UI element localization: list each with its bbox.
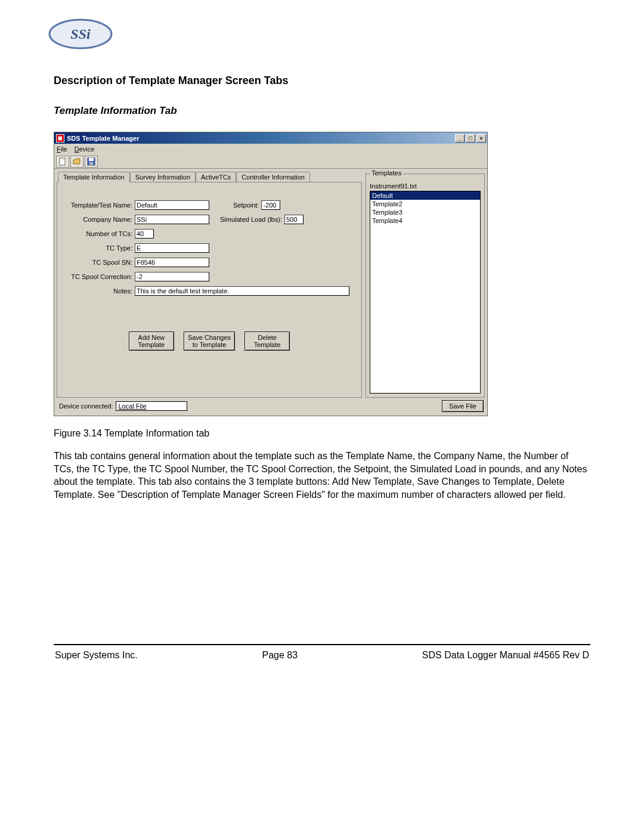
subsection-heading: Template Information Tab — [54, 105, 590, 117]
app-window: ▦ SDS Template Manager _ □ × File Device — [54, 132, 488, 416]
label-tc-spool-correction: TC Spool Correction: — [63, 273, 135, 280]
close-button[interactable]: × — [476, 134, 486, 143]
footer-rule — [54, 644, 590, 645]
body-paragraph: This tab contains general information ab… — [54, 450, 590, 501]
tab-strip: Template Information Survey Information … — [58, 170, 362, 182]
toolbar-save-icon[interactable] — [85, 156, 98, 168]
input-company-name[interactable] — [135, 215, 209, 224]
page-footer: Super Systems Inc. Page 83 SDS Data Logg… — [54, 650, 590, 673]
label-device-connected: Device connected: — [59, 402, 113, 410]
menu-device[interactable]: Device — [75, 145, 95, 153]
templates-group-title: Templates — [370, 169, 403, 176]
list-item[interactable]: Template4 — [370, 216, 480, 225]
label-template-name: Template/Test Name: — [63, 202, 135, 209]
templates-group: Templates Instrument91.txt DefaultTempla… — [366, 174, 485, 398]
label-tc-spool-sn: TC Spool SN: — [63, 259, 135, 266]
button-save-file[interactable]: Save File — [442, 400, 484, 412]
input-tc-spool-sn[interactable] — [135, 258, 209, 267]
label-tc-type: TC Type: — [63, 244, 135, 252]
templates-listbox[interactable]: DefaultTemplate2Template3Template4 — [370, 191, 481, 394]
list-item[interactable]: Template3 — [370, 208, 480, 216]
title-bar: ▦ SDS Template Manager _ □ × — [54, 132, 487, 144]
minimize-button[interactable]: _ — [455, 134, 465, 143]
input-setpoint[interactable] — [261, 200, 280, 210]
label-simulated-load: Simulated Load (lbs): — [220, 216, 284, 223]
menu-bar: File Device — [54, 144, 487, 154]
window-title: SDS Template Manager — [67, 135, 139, 142]
button-delete-template[interactable]: Delete Template — [244, 332, 290, 351]
list-item[interactable]: Default — [370, 191, 480, 200]
input-simulated-load[interactable] — [284, 215, 304, 224]
toolbar-new-icon[interactable] — [56, 156, 69, 168]
footer-left: Super Systems Inc. — [55, 650, 138, 661]
list-item[interactable]: Template2 — [370, 200, 480, 208]
input-tc-spool-correction[interactable] — [135, 272, 209, 281]
svg-rect-5 — [89, 162, 93, 165]
svg-text:SSi: SSi — [70, 26, 91, 42]
footer-right: SDS Data Logger Manual #4565 Rev D — [422, 650, 589, 661]
maximize-button[interactable]: □ — [466, 134, 475, 143]
input-number-tcs[interactable] — [135, 229, 154, 239]
label-notes: Notes: — [63, 286, 135, 295]
input-notes[interactable] — [135, 286, 349, 296]
toolbar-open-icon[interactable] — [70, 156, 83, 168]
label-company-name: Company Name: — [63, 216, 135, 223]
tab-active-tcs[interactable]: ActiveTCs — [196, 172, 236, 182]
input-tc-type[interactable] — [135, 243, 209, 253]
footer-center: Page 83 — [262, 650, 298, 661]
section-heading: Description of Template Manager Screen T… — [54, 75, 590, 87]
menu-file[interactable]: File — [57, 145, 67, 153]
app-icon: ▦ — [56, 134, 64, 143]
button-add-new-template[interactable]: Add New Template — [129, 332, 174, 351]
tab-template-information[interactable]: Template Information — [58, 172, 130, 182]
ssi-logo: SSi — [48, 18, 590, 51]
button-save-changes[interactable]: Save Changes to Template — [184, 332, 235, 351]
input-template-name[interactable] — [135, 200, 209, 210]
figure-caption: Figure 3.14 Template Information tab — [54, 428, 590, 439]
label-setpoint: Setpoint: — [233, 202, 261, 209]
templates-filename: Instrument91.txt — [370, 182, 481, 190]
tab-body: Template/Test Name: Setpoint: Company Na… — [57, 182, 362, 398]
tab-controller-information[interactable]: Controller Information — [236, 172, 310, 182]
status-bar: Device connected: Local File — [57, 398, 362, 412]
tab-survey-information[interactable]: Survey Information — [130, 172, 196, 182]
toolbar — [54, 154, 487, 169]
label-number-tcs: Number of TCs: — [63, 230, 135, 237]
svg-rect-4 — [89, 158, 94, 161]
device-connected-value[interactable]: Local File — [116, 401, 187, 411]
